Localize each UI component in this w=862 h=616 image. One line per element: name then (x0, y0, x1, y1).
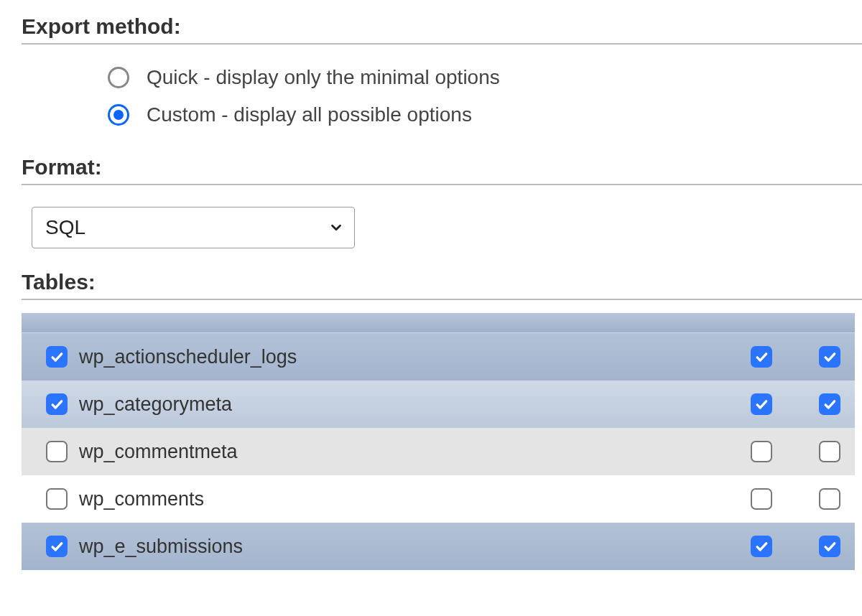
table-select-checkbox[interactable] (46, 488, 68, 510)
table-structure-checkbox[interactable] (751, 393, 772, 415)
radio-quick-control[interactable] (108, 67, 129, 88)
table-name: wp_e_submissions (79, 536, 749, 558)
radio-custom-label: Custom - display all possible options (147, 103, 472, 126)
format-select-value: SQL (45, 216, 85, 239)
table-structure-checkbox[interactable] (751, 536, 772, 557)
table-row[interactable]: wp_e_submissions (22, 523, 855, 570)
table-row[interactable]: wp_categorymeta (22, 381, 855, 428)
format-select[interactable]: SQL (32, 207, 355, 248)
export-method-radio-group: Quick - display only the minimal options… (22, 45, 862, 155)
table-row[interactable]: wp_commentmeta (22, 428, 855, 475)
table-name: wp_comments (79, 488, 749, 510)
table-data-checkbox[interactable] (819, 393, 840, 415)
table-name: wp_actionscheduler_logs (79, 346, 749, 368)
table-structure-checkbox[interactable] (751, 441, 772, 462)
table-data-checkbox[interactable] (819, 441, 840, 462)
table-name: wp_commentmeta (79, 441, 749, 463)
table-data-checkbox[interactable] (819, 346, 840, 368)
radio-option-custom[interactable]: Custom - display all possible options (108, 103, 862, 126)
table-row[interactable]: wp_comments (22, 475, 855, 523)
tables-heading: Tables: (22, 270, 862, 300)
chevron-down-icon (328, 220, 344, 235)
table-structure-checkbox[interactable] (751, 488, 772, 510)
radio-custom-control[interactable] (108, 104, 129, 126)
table-name: wp_categorymeta (79, 393, 749, 416)
table-select-checkbox[interactable] (46, 393, 68, 415)
export-method-heading: Export method: (22, 14, 862, 45)
radio-option-quick[interactable]: Quick - display only the minimal options (108, 66, 862, 89)
table-structure-checkbox[interactable] (751, 346, 772, 368)
table-select-checkbox[interactable] (46, 536, 68, 557)
tables-list: wp_actionscheduler_logswp_categorymetawp… (22, 313, 855, 570)
table-data-checkbox[interactable] (819, 536, 840, 557)
format-heading: Format: (22, 155, 862, 185)
table-select-checkbox[interactable] (46, 346, 68, 368)
radio-quick-label: Quick - display only the minimal options (147, 66, 500, 89)
tables-header-strip (22, 313, 855, 333)
table-row[interactable]: wp_actionscheduler_logs (22, 333, 855, 381)
table-data-checkbox[interactable] (819, 488, 840, 510)
table-select-checkbox[interactable] (46, 441, 68, 462)
